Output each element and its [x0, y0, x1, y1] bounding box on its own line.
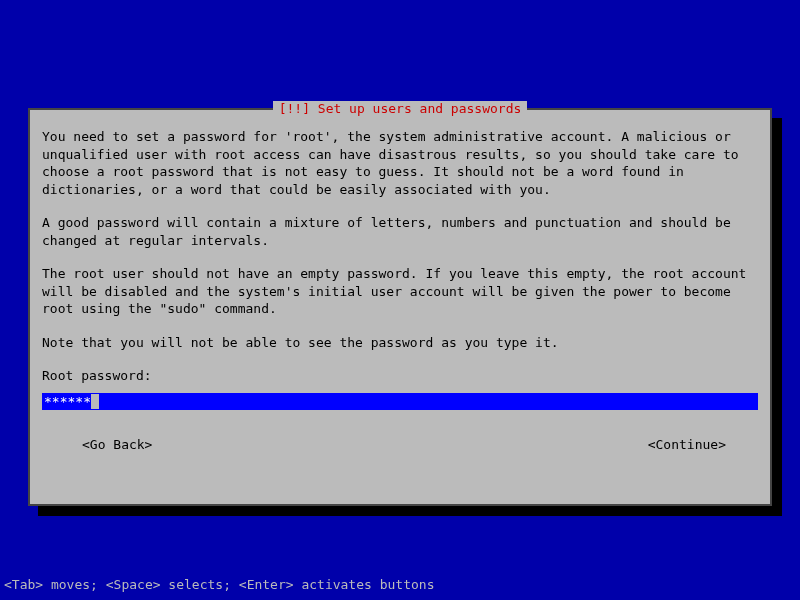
- continue-button[interactable]: <Continue>: [648, 436, 726, 454]
- instruction-paragraph-3: The root user should not have an empty p…: [42, 265, 758, 318]
- text-cursor: [91, 394, 99, 409]
- dialog-title: [!!] Set up users and passwords: [273, 101, 528, 116]
- instruction-paragraph-1: You need to set a password for 'root', t…: [42, 128, 758, 198]
- installer-dialog: [!!] Set up users and passwords You need…: [28, 108, 772, 506]
- dialog-content: You need to set a password for 'root', t…: [30, 110, 770, 466]
- footer-hint: <Tab> moves; <Space> selects; <Enter> ac…: [4, 577, 434, 592]
- password-masked-text: ******: [44, 394, 91, 409]
- instruction-paragraph-4: Note that you will not be able to see th…: [42, 334, 758, 352]
- go-back-button[interactable]: <Go Back>: [82, 436, 152, 454]
- button-row: <Go Back> <Continue>: [42, 436, 758, 454]
- root-password-input[interactable]: ******: [42, 393, 758, 410]
- dialog-title-row: [!!] Set up users and passwords: [30, 101, 770, 116]
- root-password-label: Root password:: [42, 367, 758, 385]
- instruction-paragraph-2: A good password will contain a mixture o…: [42, 214, 758, 249]
